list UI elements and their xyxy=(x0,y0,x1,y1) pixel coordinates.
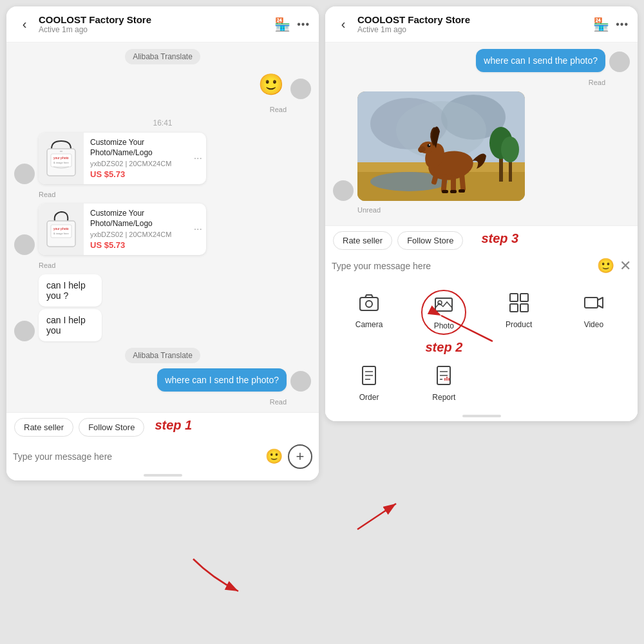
video-item[interactable]: Video xyxy=(558,287,630,357)
helper-msg-1: can I help you ? xyxy=(39,274,102,307)
order-label: Order xyxy=(359,393,379,402)
product-label: Product xyxy=(506,320,532,329)
right-user-msg-row: where can I send the photo? xyxy=(333,49,630,72)
order-item[interactable]: Order xyxy=(333,360,405,407)
report-label: Report xyxy=(432,393,455,402)
photo-icon xyxy=(434,295,453,319)
translate-bar: Alibaba Translate xyxy=(125,49,200,64)
photo-item[interactable]: Photo xyxy=(421,290,466,335)
svg-rect-29 xyxy=(459,189,465,193)
emoji-icon-left[interactable]: 🙂 xyxy=(265,448,283,465)
right-more-icon[interactable]: ••• xyxy=(616,19,629,30)
step3-label: step 3 xyxy=(481,231,518,250)
back-button[interactable]: ‹ xyxy=(15,17,33,32)
right-follow-store-btn[interactable]: Follow Store xyxy=(397,231,463,250)
right-user-avatar xyxy=(609,52,630,72)
product-sku-1: yxbDZS02 | 20CMX24CM xyxy=(90,160,184,167)
shop-icon[interactable]: 🏪 xyxy=(274,17,290,32)
store-title: COOLOST Factory Store xyxy=(39,14,269,25)
product-more-2[interactable]: ··· xyxy=(190,204,206,255)
product-card-2[interactable]: your photo & image here Customize Your P… xyxy=(39,204,206,255)
right-action-buttons: Rate seller Follow Store step 3 xyxy=(325,226,638,254)
photo-label: Photo xyxy=(434,321,454,330)
product-sku-2: yxbDZS02 | 20CMX24CM xyxy=(90,231,184,238)
right-message-input[interactable] xyxy=(332,261,592,271)
active-status: Active 1m ago xyxy=(39,25,269,34)
translate-bar-2: Alibaba Translate xyxy=(125,348,200,363)
left-input-row: 🙂 + xyxy=(6,440,319,474)
store-avatar-3 xyxy=(14,321,35,341)
left-chat-area: Alibaba Translate 🙂 Read 16:41 xyxy=(6,43,319,412)
svg-rect-27 xyxy=(442,190,448,193)
user-msg-row: where can I send the photo? xyxy=(14,368,311,392)
helper-row: can I help you ? can I help you xyxy=(14,274,311,341)
svg-rect-34 xyxy=(360,298,378,310)
emoji-msg-row: 🙂 xyxy=(14,70,311,99)
emoji-bubble: 🙂 xyxy=(256,70,287,99)
user-read-label: Read xyxy=(14,398,287,406)
camera-item[interactable]: Camera xyxy=(333,287,405,357)
svg-rect-41 xyxy=(520,304,528,312)
product-price-1: US $5.73 xyxy=(90,169,184,179)
step1-arrow xyxy=(187,553,264,604)
helper-msg-2: can I help you xyxy=(39,309,102,341)
more-icon[interactable]: ••• xyxy=(297,19,310,30)
right-header: ‹ COOLOST Factory Store Active 1m ago 🏪 … xyxy=(325,6,638,43)
right-store-avatar xyxy=(333,180,354,201)
product-more-1[interactable]: ··· xyxy=(190,133,206,184)
plus-add-btn[interactable]: + xyxy=(288,444,312,469)
horse-img-row xyxy=(333,91,630,201)
camera-icon xyxy=(359,292,379,317)
left-header: ‹ COOLOST Factory Store Active 1m ago 🏪 … xyxy=(6,6,319,43)
store-avatar-1 xyxy=(14,164,35,184)
svg-text:& image here: & image here xyxy=(53,232,70,235)
header-icons: 🏪 ••• xyxy=(274,17,310,32)
left-message-input[interactable] xyxy=(13,451,260,462)
svg-point-33 xyxy=(501,137,519,162)
product-img-1: your photo & image here xyxy=(39,133,84,184)
product-title-1: Customize Your Photo/Name/Logo xyxy=(90,138,184,158)
right-back-button[interactable]: ‹ xyxy=(334,17,352,32)
read-label-2: Read xyxy=(39,191,311,198)
step1-label: step 1 xyxy=(155,418,192,437)
step2-label: step 2 xyxy=(425,340,462,355)
product-img-2: your photo & image here xyxy=(39,204,84,255)
product-card-1[interactable]: your photo & image here Customize Your P… xyxy=(39,133,206,184)
product-item[interactable]: Product xyxy=(483,287,555,357)
svg-text:& image here: & image here xyxy=(53,161,70,164)
media-grid: Camera xyxy=(325,279,638,415)
header-info: COOLOST Factory Store Active 1m ago xyxy=(39,14,269,34)
action-buttons: Rate seller Follow Store step 1 xyxy=(6,413,319,440)
camera-label: Camera xyxy=(355,320,383,329)
svg-point-22 xyxy=(429,144,430,146)
right-shop-icon[interactable]: 🏪 xyxy=(593,17,609,32)
svg-point-21 xyxy=(428,144,431,147)
photo-item-wrapper: Photo step 2 xyxy=(408,287,480,357)
svg-rect-38 xyxy=(510,294,518,301)
follow-store-btn[interactable]: Follow Store xyxy=(79,418,144,437)
product-info-2: Customize Your Photo/Name/Logo yxbDZS02 … xyxy=(84,204,190,255)
helper-messages: can I help you ? can I help you xyxy=(39,274,118,341)
report-item[interactable]: Report xyxy=(408,360,480,407)
horse-image xyxy=(357,91,525,201)
svg-rect-39 xyxy=(520,294,528,301)
read-label-3: Read xyxy=(39,261,311,269)
video-icon xyxy=(583,292,604,317)
right-store-title: COOLOST Factory Store xyxy=(357,14,588,25)
product-price-2: US $5.73 xyxy=(90,240,184,250)
user-avatar-2 xyxy=(290,371,311,392)
right-rate-seller-btn[interactable]: Rate seller xyxy=(333,231,392,250)
emoji-icon-right[interactable]: 🙂 xyxy=(597,258,614,274)
unread-label: Unread xyxy=(357,206,630,214)
right-active-status: Active 1m ago xyxy=(357,25,588,34)
svg-rect-40 xyxy=(510,304,518,312)
report-icon xyxy=(433,365,454,390)
svg-rect-24 xyxy=(451,175,456,192)
left-bottom-bar: Rate seller Follow Store step 1 🙂 + xyxy=(6,412,319,480)
product1-row: your photo & image here Customize Your P… xyxy=(14,133,311,184)
user-msg-bubble: where can I send the photo? xyxy=(157,368,287,392)
scroll-hint-right xyxy=(462,415,501,417)
rate-seller-btn[interactable]: Rate seller xyxy=(14,418,73,437)
close-icon-right[interactable]: ✕ xyxy=(620,258,631,274)
svg-point-35 xyxy=(366,301,372,307)
